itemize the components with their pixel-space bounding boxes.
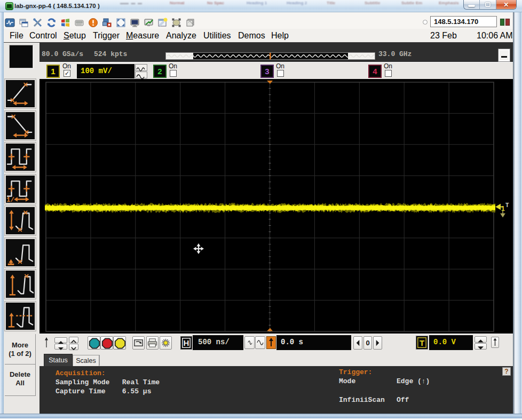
svg-text:1/: 1/ <box>6 196 14 203</box>
svg-text:T: T <box>505 202 509 208</box>
